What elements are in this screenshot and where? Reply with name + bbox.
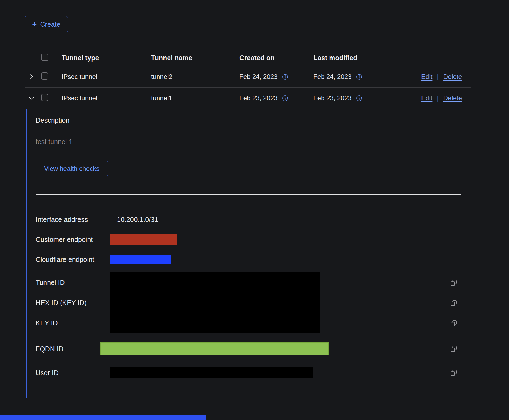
created-on-value: Feb 23, 2023: [239, 94, 277, 102]
header-created-on: Created on: [239, 54, 313, 62]
hex-id-copy-row: [450, 293, 458, 313]
fqdn-id-label: FQDN ID: [36, 345, 110, 353]
tunnel-name-value: tunnel1: [151, 94, 239, 102]
ids-redaction-block: [110, 272, 320, 333]
row-checkbox-cell: [41, 72, 62, 81]
create-button-label: Create: [40, 21, 61, 28]
bottom-accent-bar: [0, 415, 206, 420]
hex-id-label: HEX ID (KEY ID): [36, 293, 110, 313]
interface-address-row: Interface address 10.200.1.0/31: [36, 209, 471, 229]
customer-endpoint-redaction: [110, 234, 177, 245]
interface-address-value: 10.200.1.0/31: [117, 216, 158, 224]
row-checkbox[interactable]: [41, 72, 48, 80]
header-checkbox-cell: [41, 54, 62, 62]
cloudflare-endpoint-label: Cloudflare endpoint: [36, 256, 110, 264]
customer-endpoint-label: Customer endpoint: [36, 236, 110, 244]
select-all-checkbox[interactable]: [41, 54, 48, 61]
user-id-label: User ID: [36, 369, 110, 377]
cloudflare-endpoint-redaction: [110, 255, 171, 264]
ids-copy-buttons: [450, 272, 458, 333]
info-icon[interactable]: [356, 95, 363, 102]
plus-icon: +: [32, 20, 37, 28]
chevron-down-icon[interactable]: [26, 93, 36, 103]
row-checkbox[interactable]: [41, 94, 48, 101]
header-last-modified: Last modified: [313, 54, 387, 62]
table-header-row: Tunnel type Tunnel name Created on Last …: [25, 50, 471, 66]
delete-link[interactable]: Delete: [443, 73, 462, 81]
tunnel-name-value: tunnel2: [151, 73, 239, 81]
copy-icon[interactable]: [450, 279, 458, 287]
created-on-cell: Feb 23, 2023: [239, 94, 313, 102]
user-id-redaction: [110, 367, 313, 378]
fqdn-id-redaction: [100, 342, 329, 355]
row-actions: Edit | Delete: [387, 73, 471, 81]
actions-separator: |: [437, 94, 438, 102]
tunnels-table: Tunnel type Tunnel name Created on Last …: [25, 50, 471, 398]
row-expand-cell: [25, 72, 41, 82]
interface-address-label: Interface address: [36, 216, 110, 224]
info-icon[interactable]: [282, 95, 289, 102]
delete-link[interactable]: Delete: [443, 94, 462, 102]
copy-icon[interactable]: [450, 369, 458, 377]
tunnel-type-value: IPsec tunnel: [62, 94, 151, 102]
table-row-tunnel1: IPsec tunnel tunnel1 Feb 23, 2023 Feb 23…: [25, 88, 471, 109]
edit-link[interactable]: Edit: [421, 73, 432, 81]
header-tunnel-name: Tunnel name: [151, 54, 239, 62]
copy-icon[interactable]: [450, 345, 458, 353]
created-on-value: Feb 24, 2023: [239, 73, 277, 81]
chevron-right-icon[interactable]: [26, 72, 36, 82]
last-modified-value: Feb 23, 2023: [313, 94, 351, 102]
table-row-tunnel2: IPsec tunnel tunnel2 Feb 24, 2023 Feb 24…: [25, 66, 471, 88]
actions-separator: |: [437, 73, 438, 81]
ids-labels: Tunnel ID HEX ID (KEY ID) KEY ID: [36, 272, 110, 333]
detail-fields: Interface address 10.200.1.0/31 Customer…: [36, 209, 471, 385]
tunnel-id-label: Tunnel ID: [36, 272, 110, 293]
info-icon[interactable]: [282, 74, 289, 80]
tunnel-type-value: IPsec tunnel: [62, 73, 151, 81]
tunnel-detail-panel: Description test tunnel 1 View health ch…: [26, 109, 471, 398]
detail-divider: [36, 194, 461, 195]
view-health-checks-button[interactable]: View health checks: [36, 161, 108, 176]
key-id-label: KEY ID: [36, 313, 110, 333]
last-modified-cell: Feb 24, 2023: [313, 73, 387, 81]
copy-icon[interactable]: [450, 299, 458, 307]
edit-link[interactable]: Edit: [421, 94, 432, 102]
created-on-cell: Feb 24, 2023: [239, 73, 313, 81]
ids-section: Tunnel ID HEX ID (KEY ID) KEY ID: [36, 269, 471, 333]
row-actions: Edit | Delete: [387, 94, 471, 102]
fqdn-id-row: FQDN ID: [36, 337, 471, 361]
page: + Create Tunnel type Tunnel name Created…: [0, 0, 509, 420]
description-label: Description: [36, 116, 471, 124]
copy-icon[interactable]: [450, 319, 458, 327]
last-modified-cell: Feb 23, 2023: [313, 94, 387, 102]
customer-endpoint-row: Customer endpoint: [36, 229, 471, 249]
user-id-row: User ID: [36, 361, 471, 385]
description-value: test tunnel 1: [36, 138, 471, 146]
row-checkbox-cell: [41, 94, 62, 103]
row-expand-cell: [25, 93, 41, 103]
info-icon[interactable]: [356, 74, 363, 80]
last-modified-value: Feb 24, 2023: [313, 73, 351, 81]
tunnel-id-copy-row: [450, 272, 458, 293]
cloudflare-endpoint-row: Cloudflare endpoint: [36, 249, 471, 269]
create-button[interactable]: + Create: [25, 16, 68, 32]
key-id-copy-row: [450, 313, 458, 333]
header-tunnel-type: Tunnel type: [62, 54, 151, 62]
